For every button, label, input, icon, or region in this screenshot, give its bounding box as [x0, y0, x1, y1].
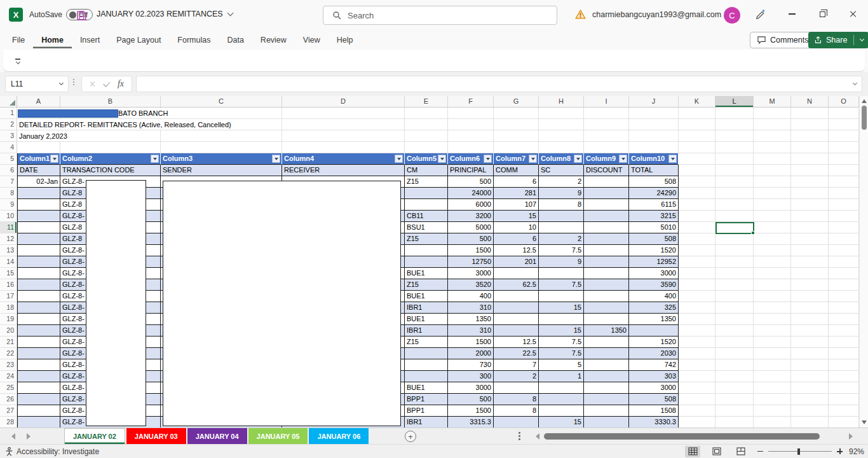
- cell-N23[interactable]: [791, 359, 829, 371]
- search-box[interactable]: Search: [323, 6, 557, 25]
- restore-button[interactable]: [808, 0, 836, 28]
- cell-L22[interactable]: [715, 348, 754, 359]
- cell-N25[interactable]: [791, 382, 829, 394]
- cell-I18[interactable]: [584, 302, 629, 314]
- cell-E19[interactable]: BUE1: [405, 314, 448, 325]
- cell-I2[interactable]: [584, 119, 629, 130]
- row-header-9[interactable]: 9: [0, 199, 17, 211]
- zoom-in-button[interactable]: [837, 448, 843, 454]
- cell-I8[interactable]: [584, 188, 629, 199]
- cell-L4[interactable]: [715, 142, 754, 153]
- zoom-slider[interactable]: [768, 447, 832, 456]
- cell-E7[interactable]: Z15: [405, 176, 448, 188]
- cell-J6[interactable]: TOTAL: [629, 165, 679, 176]
- cell-E25[interactable]: BUE1: [405, 382, 448, 394]
- cell-M21[interactable]: [754, 337, 791, 348]
- cell-I21[interactable]: [584, 337, 629, 348]
- cell-J21[interactable]: 1520: [629, 337, 679, 348]
- cell-J17[interactable]: 400: [629, 291, 679, 302]
- col-header-B[interactable]: B: [60, 96, 161, 108]
- cell-N18[interactable]: [791, 302, 829, 314]
- cell-O4[interactable]: [829, 142, 859, 153]
- cell-B6[interactable]: TRANSACTION CODE: [60, 165, 161, 176]
- cell-J8[interactable]: 24290: [629, 188, 679, 199]
- cell-I27[interactable]: [584, 405, 629, 417]
- cell-A23[interactable]: [17, 359, 60, 371]
- name-box-chevron-icon[interactable]: [59, 81, 64, 85]
- cell-D5[interactable]: Column4: [282, 153, 405, 165]
- cell-G18[interactable]: [494, 302, 539, 314]
- row-header-23[interactable]: 23: [0, 359, 17, 371]
- add-sheet-button[interactable]: +: [405, 431, 416, 442]
- cell-N24[interactable]: [791, 371, 829, 382]
- cell-O21[interactable]: [829, 337, 859, 348]
- cell-K7[interactable]: [679, 176, 715, 188]
- cell-A15[interactable]: [17, 268, 60, 279]
- cell-L2[interactable]: [715, 119, 754, 130]
- cell-A7[interactable]: 02-Jan: [17, 176, 60, 188]
- cell-L9[interactable]: [715, 199, 754, 211]
- cell-A16[interactable]: [17, 279, 60, 291]
- cell-H22[interactable]: 7.5: [539, 348, 584, 359]
- cell-K15[interactable]: [679, 268, 715, 279]
- cell-A28[interactable]: [17, 417, 60, 427]
- cell-G26[interactable]: 8: [494, 394, 539, 405]
- cell-N7[interactable]: [791, 176, 829, 188]
- cell-G21[interactable]: 12.5: [494, 337, 539, 348]
- cell-M17[interactable]: [754, 291, 791, 302]
- cell-K16[interactable]: [679, 279, 715, 291]
- cell-C3[interactable]: [161, 130, 282, 142]
- cell-A20[interactable]: [17, 325, 60, 337]
- cell-G24[interactable]: 2: [494, 371, 539, 382]
- cell-E23[interactable]: [405, 359, 448, 371]
- cell-I28[interactable]: [584, 417, 629, 427]
- cell-E11[interactable]: BSU1: [405, 222, 448, 233]
- cell-I14[interactable]: [584, 256, 629, 268]
- cell-J15[interactable]: 3000: [629, 268, 679, 279]
- sheet-nav-left-icon[interactable]: [11, 433, 15, 440]
- cell-H18[interactable]: 15: [539, 302, 584, 314]
- cell-F1[interactable]: [448, 108, 494, 119]
- cell-I19[interactable]: [584, 314, 629, 325]
- share-button[interactable]: Share: [808, 32, 868, 48]
- cell-H8[interactable]: 9: [539, 188, 584, 199]
- ribbon-tab-page-layout[interactable]: Page Layout: [108, 32, 169, 48]
- filter-button-column3[interactable]: [272, 155, 280, 163]
- sheet-tab-january-03[interactable]: JANUARY 03: [126, 428, 186, 444]
- cell-M18[interactable]: [754, 302, 791, 314]
- cell-A4[interactable]: [17, 142, 60, 153]
- cell-G12[interactable]: 6: [494, 233, 539, 245]
- col-header-K[interactable]: K: [679, 96, 715, 108]
- cell-G28[interactable]: [494, 417, 539, 427]
- cell-E28[interactable]: IBR1: [405, 417, 448, 427]
- cell-E6[interactable]: CM: [405, 165, 448, 176]
- cell-K25[interactable]: [679, 382, 715, 394]
- cell-K22[interactable]: [679, 348, 715, 359]
- cell-F15[interactable]: 3000: [448, 268, 494, 279]
- cell-H16[interactable]: 7.5: [539, 279, 584, 291]
- comments-button[interactable]: Comments: [750, 32, 815, 48]
- cell-L7[interactable]: [715, 176, 754, 188]
- cell-A19[interactable]: [17, 314, 60, 325]
- zoom-slider-thumb[interactable]: [797, 448, 800, 455]
- cell-L1[interactable]: [715, 108, 754, 119]
- ribbon-tab-data[interactable]: Data: [219, 32, 252, 48]
- cell-G17[interactable]: [494, 291, 539, 302]
- cell-E21[interactable]: Z15: [405, 337, 448, 348]
- avatar[interactable]: C: [724, 7, 740, 24]
- cell-L17[interactable]: [715, 291, 754, 302]
- cell-O3[interactable]: [829, 130, 859, 142]
- sheet-nav-right-icon[interactable]: [27, 433, 31, 440]
- cell-J11[interactable]: 5010: [629, 222, 679, 233]
- cell-I24[interactable]: [584, 371, 629, 382]
- cell-H15[interactable]: [539, 268, 584, 279]
- cell-N8[interactable]: [791, 188, 829, 199]
- row-header-15[interactable]: 15: [0, 268, 17, 279]
- cell-G20[interactable]: [494, 325, 539, 337]
- cell-K13[interactable]: [679, 245, 715, 256]
- cell-N9[interactable]: [791, 199, 829, 211]
- vertical-scroll-thumb[interactable]: [862, 106, 867, 130]
- cell-G2[interactable]: [494, 119, 539, 130]
- col-header-C[interactable]: C: [161, 96, 282, 108]
- cell-B4[interactable]: [60, 142, 161, 153]
